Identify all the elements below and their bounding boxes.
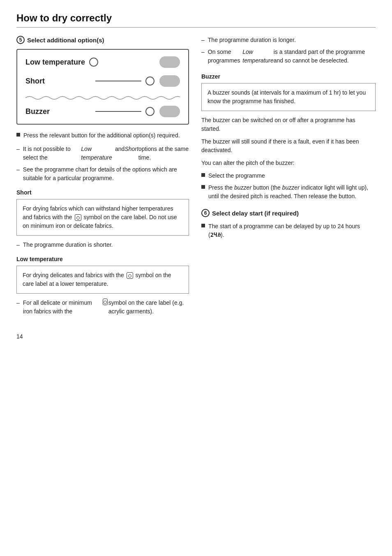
short-line <box>95 81 141 81</box>
section5-bullets: Press the relevant button for the additi… <box>16 131 189 140</box>
step5-circle: 5 <box>16 36 25 44</box>
short-button[interactable] <box>159 75 180 87</box>
lowtemp-right-dashes: The programme duration is longer. On som… <box>201 36 376 65</box>
section5-dashes: It is not possible to select the Low tem… <box>16 145 189 183</box>
buzzer-subheading: Buzzer <box>201 73 376 80</box>
page-title: How to dry correctly <box>16 12 376 24</box>
buzzer-para3: You can alter the pitch of the buzzer: <box>201 159 376 167</box>
dash-item: It is not possible to select the Low tem… <box>16 145 189 162</box>
options-panel: Low temperature Short Buzzer <box>16 49 189 125</box>
bullet-item: The start of a programme can be delayed … <box>201 222 376 239</box>
short-boxed-note: For drying fabrics which can withstand h… <box>16 199 189 236</box>
buzzer-bullets: Select the programme Press the buzzer bu… <box>201 171 376 201</box>
bullet-icon <box>201 224 205 227</box>
buzzer-line <box>95 111 141 112</box>
dash-item: For all delicate or minimum iron fabrics… <box>16 299 189 316</box>
section6-heading: 6 Select delay start (if required) <box>201 209 376 217</box>
buzzer-para1: The buzzer can be switched on or off aft… <box>201 116 376 133</box>
lowtemp-label: Low temperature <box>25 58 85 67</box>
dash-item: On some programmes Low temperature is a … <box>201 48 376 65</box>
bullet-icon <box>16 133 20 137</box>
buzzer-boxed-note: A buzzer sounds (at intervals for a maxi… <box>201 83 376 111</box>
lowtemp-boxed-note: For drying delicates and fabrics with th… <box>16 266 189 294</box>
buzzer-circle <box>145 107 154 116</box>
section5-heading: 5 Select additional option(s) <box>16 36 189 44</box>
lowtemp-button[interactable] <box>159 56 180 68</box>
right-column: The programme duration is longer. On som… <box>201 36 376 321</box>
option-row-short: Short <box>25 75 180 87</box>
top-divider <box>16 27 376 28</box>
bullet-icon <box>201 185 205 189</box>
short-circle <box>145 76 154 86</box>
buzzer-button[interactable] <box>159 106 180 117</box>
lowtemp-dashes: For all delicate or minimum iron fabrics… <box>16 299 189 316</box>
buzzer-para2: The buzzer will still sound if there is … <box>201 137 376 155</box>
short-label: Short <box>25 77 91 86</box>
section6-bullets: The start of a programme can be delayed … <box>201 222 376 239</box>
dash-item: The programme duration is longer. <box>201 36 376 44</box>
short-subheading: Short <box>16 189 189 196</box>
bullet-item: Press the relevant button for the additi… <box>16 131 189 140</box>
bullet-item: Select the programme <box>201 171 376 180</box>
lowtemp-circle <box>89 58 98 67</box>
buzzer-label: Buzzer <box>25 107 91 116</box>
section5-label: Select additional option(s) <box>27 37 104 44</box>
option-row-lowtemp: Low temperature <box>25 56 180 68</box>
short-dashes: The programme duration is shorter. <box>16 241 189 249</box>
bullet-item: Press the buzzer button (the buzzer indi… <box>201 183 376 201</box>
option-row-buzzer: Buzzer <box>25 106 180 117</box>
lowtemp-subheading: Low temperature <box>16 256 189 262</box>
section6-label: Select delay start (if required) <box>212 210 299 217</box>
bullet-icon <box>201 173 205 177</box>
dash-item: See the programme chart for details of t… <box>16 165 189 183</box>
dash-item: The programme duration is shorter. <box>16 241 189 249</box>
care-symbol <box>75 214 81 221</box>
care-symbol-2 <box>127 272 133 279</box>
left-column: 5 Select additional option(s) Low temper… <box>16 36 189 321</box>
care-symbol-3 <box>103 299 107 305</box>
page-number: 14 <box>16 333 376 340</box>
wavy-divider <box>25 94 180 102</box>
step6-circle: 6 <box>201 209 210 217</box>
